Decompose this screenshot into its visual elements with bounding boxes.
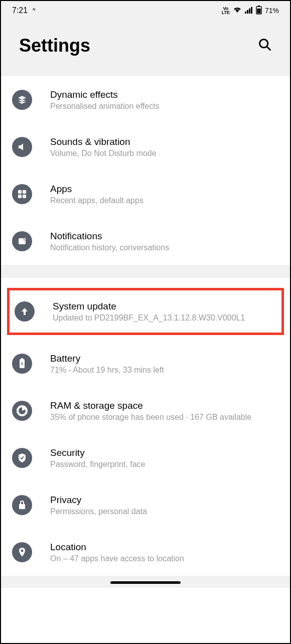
item-location[interactable]: Location On – 47 apps have access to loc… <box>1 529 290 576</box>
section-divider <box>1 265 290 278</box>
battery-charging-icon <box>12 354 32 374</box>
update-icon <box>15 301 35 321</box>
layers-icon <box>12 90 32 110</box>
status-time: 7:21 <box>12 6 28 15</box>
item-title: System update <box>53 301 276 312</box>
item-subtitle: On – 47 apps have access to location <box>50 554 279 563</box>
apps-grid-icon <box>12 184 32 204</box>
item-title: Notifications <box>50 231 279 242</box>
item-system-update[interactable]: System update Updated to PD2199BF_EX_A_1… <box>7 288 284 335</box>
page-title: Settings <box>19 35 90 56</box>
item-title: Dynamic effects <box>50 89 279 100</box>
item-title: Sounds & vibration <box>50 136 279 147</box>
storage-pie-icon <box>12 401 32 421</box>
notifications-icon <box>12 231 32 251</box>
speaker-icon <box>12 137 32 157</box>
svg-rect-10 <box>23 190 26 194</box>
item-subtitle: Permissions, personal data <box>50 507 279 516</box>
bottom-nav-area <box>1 576 290 588</box>
status-bar: 7:21 ᴺ VoLTE 71% <box>1 1 290 20</box>
item-notifications[interactable]: Notifications Notification history, conv… <box>1 218 290 265</box>
location-pin-icon <box>12 542 32 562</box>
item-subtitle: Personalised animation effects <box>50 102 279 111</box>
svg-rect-2 <box>249 9 250 14</box>
settings-list: Dynamic effects Personalised animation e… <box>1 76 290 576</box>
item-title: Security <box>50 447 279 458</box>
item-subtitle: Updated to PD2199BF_EX_A_13.1.12.8.W30.V… <box>53 313 276 323</box>
svg-rect-18 <box>19 504 25 509</box>
svg-rect-1 <box>247 10 248 14</box>
svg-point-19 <box>21 550 24 552</box>
item-subtitle: Password, fingerprint, face <box>50 460 279 469</box>
battery-icon <box>256 6 262 16</box>
item-title: Privacy <box>50 495 279 506</box>
svg-rect-0 <box>245 12 246 14</box>
item-ram-storage[interactable]: RAM & storage space 35% of phone storage… <box>1 387 290 434</box>
item-battery[interactable]: Battery 71% - About 19 hrs, 33 mins left <box>1 340 290 387</box>
header: Settings <box>1 20 290 76</box>
item-subtitle: Notification history, conversations <box>50 243 279 252</box>
item-subtitle: 71% - About 19 hrs, 33 mins left <box>50 366 279 375</box>
svg-rect-15 <box>21 358 23 359</box>
shield-icon <box>12 448 32 468</box>
item-subtitle: Recent apps, default apps <box>50 196 279 205</box>
svg-rect-9 <box>18 190 22 194</box>
battery-percentage: 71% <box>265 7 279 15</box>
item-title: RAM & storage space <box>50 400 279 411</box>
svg-rect-12 <box>23 195 26 198</box>
svg-rect-3 <box>251 7 252 14</box>
item-title: Battery <box>50 353 279 364</box>
item-subtitle: 35% of phone storage has been used · 167… <box>50 413 279 422</box>
wifi-icon <box>233 7 242 15</box>
item-subtitle: Volume, Do Not Disturb mode <box>50 149 279 158</box>
lock-icon <box>12 495 32 515</box>
item-sounds-vibration[interactable]: Sounds & vibration Volume, Do Not Distur… <box>1 123 290 171</box>
item-dynamic-effects[interactable]: Dynamic effects Personalised animation e… <box>1 76 290 123</box>
item-apps[interactable]: Apps Recent apps, default apps <box>1 171 290 218</box>
item-security[interactable]: Security Password, fingerprint, face <box>1 434 290 481</box>
svg-rect-6 <box>257 9 260 14</box>
svg-rect-11 <box>18 195 22 198</box>
nav-handle[interactable] <box>110 581 181 584</box>
search-icon[interactable] <box>258 38 272 54</box>
svg-point-14 <box>23 238 26 241</box>
svg-line-8 <box>267 47 270 50</box>
item-title: Location <box>50 542 279 553</box>
item-privacy[interactable]: Privacy Permissions, personal data <box>1 481 290 529</box>
alarm-icon: ᴺ <box>33 7 36 14</box>
signal-icon <box>245 7 253 15</box>
volte-icon: VoLTE <box>222 7 230 15</box>
item-title: Apps <box>50 184 279 195</box>
